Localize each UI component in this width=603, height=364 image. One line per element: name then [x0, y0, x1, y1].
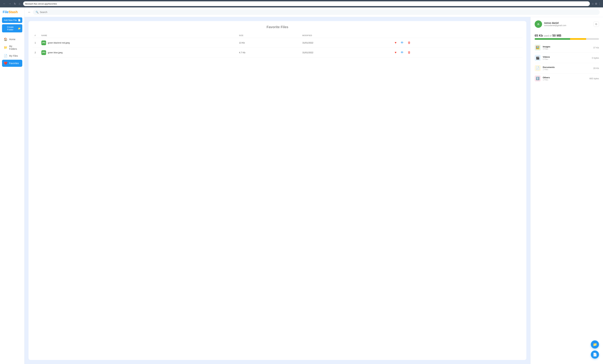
sidebar-item-favorites[interactable]: ❤️ Favorites	[2, 60, 22, 67]
user-avatar: n	[535, 20, 542, 28]
cat-details-documents: Documents 1 Files	[543, 66, 591, 70]
storage-bar-images	[535, 38, 570, 40]
delete-button[interactable]: 🗑	[407, 40, 411, 45]
file-type-icon: JPG	[41, 50, 46, 55]
logo-stash: Stash	[8, 10, 18, 14]
sidebar-nav: 🏠 Home 📁 My Folders 📄 My Files ❤️ Favori…	[2, 36, 22, 67]
sidebar-item-home-label: Home	[9, 38, 15, 41]
storage-cat-images: 🖼️ Images 4 Files 37 Kb	[535, 43, 599, 53]
user-email: nonsodaniel@gmail.com	[544, 24, 591, 27]
top-bar: ← 🔍	[24, 7, 603, 17]
storage-cat-videos: 🎬 Videos 0 Files 0 bytes	[535, 53, 599, 63]
favorite-button[interactable]: ♥	[394, 50, 397, 55]
back-button[interactable]: ←	[2, 1, 7, 6]
user-info: n nonso daniel nonsodaniel@gmail.com ⎋	[535, 20, 599, 31]
col-header-num: #	[33, 33, 39, 38]
favorites-icon: ❤️	[4, 61, 7, 65]
cat-name-videos: Videos	[543, 56, 590, 58]
storage-cat-others: ℹ️ Others 1 Files 665 bytes	[535, 73, 599, 84]
fab-folder-button[interactable]: 📁	[591, 340, 599, 349]
cat-size-documents: 28 Kb	[593, 67, 599, 69]
reload-button[interactable]: ↻	[13, 1, 17, 6]
add-new-file-button[interactable]: Add New File 📄	[2, 17, 22, 23]
cat-details-others: Others 1 Files	[543, 76, 588, 81]
create-folder-icon: 📁	[18, 27, 21, 30]
user-details: nonso daniel nonsodaniel@gmail.com	[544, 22, 591, 27]
create-folder-button[interactable]: Create Folder 📁	[2, 24, 22, 32]
home-icon: 🏠	[4, 37, 7, 41]
row-size: 13 Kb	[237, 38, 300, 48]
cat-size-videos: 0 bytes	[592, 57, 599, 59]
cat-size-images: 37 Kb	[593, 46, 599, 49]
sidebar-item-folders[interactable]: 📁 My Folders	[2, 43, 22, 52]
menu-icon[interactable]: ⋮	[598, 2, 601, 5]
storage-header: 65 Kb used of 50 MB	[535, 34, 599, 37]
cat-details-images: Images 4 Files	[543, 45, 591, 50]
cat-count-videos: 0 Files	[543, 58, 590, 60]
star-icon[interactable]: ☆	[591, 2, 594, 5]
logout-button[interactable]: ⎋	[593, 22, 599, 27]
user-name: nonso daniel	[544, 22, 591, 24]
browser-nav-buttons: ← → ↻ ⌂	[2, 1, 22, 6]
col-header-actions	[392, 33, 522, 38]
search-wrapper: 🔍	[33, 10, 600, 15]
storage-used: 65 Kb	[535, 34, 543, 37]
sidebar-item-files[interactable]: 📄 My Files	[2, 52, 22, 59]
table-row: 1 JPG gown blacknd red.jpeg 13 Kb 31/01/…	[33, 38, 522, 48]
storage-total: 50 MB	[552, 34, 561, 37]
cat-count-documents: 1 Files	[543, 68, 591, 70]
cat-icon-videos: 🎬	[535, 55, 541, 61]
col-header-size: SIZE	[237, 33, 300, 38]
sidebar-item-favorites-label: Favorites	[9, 62, 19, 65]
page-back-button[interactable]: ←	[28, 11, 31, 14]
file-name: gown blacknd red.jpeg	[48, 42, 70, 44]
cat-details-videos: Videos 0 Files	[543, 56, 590, 60]
content-with-panel: Favorite Files # NAME SIZE MODIFIED	[24, 17, 603, 364]
sidebar-item-folders-label: My Folders	[9, 45, 21, 50]
home-button[interactable]: ⌂	[18, 1, 22, 6]
cat-name-images: Images	[543, 45, 591, 48]
storage-cat-documents: 📄 Documents 1 Files 28 Kb	[535, 63, 599, 73]
file-area: Favorite Files # NAME SIZE MODIFIED	[24, 17, 530, 364]
sidebar-item-home[interactable]: 🏠 Home	[2, 36, 22, 43]
storage-bar	[535, 38, 599, 40]
row-name-cell: JPG gown blue.jpeg	[39, 48, 237, 57]
table-row: 2 JPG gown blue.jpeg 4.7 Kb 31/01/2022 ♥…	[33, 48, 522, 57]
address-bar[interactable]: filestash-flax.vercel.app/favorites	[23, 1, 590, 6]
sidebar-item-files-label: My Files	[9, 55, 18, 57]
main-content: ← 🔍 Favorite Files # NAME SIZE	[24, 7, 603, 364]
preview-button[interactable]: 👁	[400, 40, 404, 45]
preview-button[interactable]: 👁	[400, 50, 404, 55]
row-size: 4.7 Kb	[237, 48, 300, 57]
address-text: filestash-flax.vercel.app/favorites	[25, 2, 57, 5]
create-folder-label: Create Folder	[4, 26, 17, 31]
file-name: gown blue.jpeg	[48, 51, 62, 54]
row-modified: 31/01/2022	[300, 48, 392, 57]
row-name-cell: JPG gown blacknd red.jpeg	[39, 38, 237, 48]
row-num: 2	[33, 48, 39, 57]
fab-file-button[interactable]: 📄	[591, 351, 599, 359]
logo-file: File	[3, 10, 8, 14]
extensions-icon[interactable]: ⚙	[595, 2, 597, 5]
logo: FileStash	[2, 10, 22, 14]
favorite-button[interactable]: ♥	[394, 40, 397, 45]
storage-bar-docs	[570, 38, 586, 40]
add-file-icon: 📄	[18, 19, 21, 22]
files-icon: 📄	[4, 54, 7, 58]
fab-area: 📁 📄	[591, 340, 599, 359]
forward-button[interactable]: →	[7, 1, 12, 6]
app-container: FileStash Add New File 📄 Create Folder 📁…	[0, 7, 603, 364]
search-input[interactable]	[40, 11, 597, 13]
delete-button[interactable]: 🗑	[407, 50, 411, 55]
col-header-name: NAME	[39, 33, 237, 38]
cat-name-others: Others	[543, 76, 588, 79]
browser-chrome: ← → ↻ ⌂ filestash-flax.vercel.app/favori…	[0, 0, 603, 7]
cat-icon-documents: 📄	[535, 65, 541, 71]
storage-label-used: used of	[544, 34, 552, 37]
storage-categories: 🖼️ Images 4 Files 37 Kb 🎬 Videos 0 Files…	[535, 43, 599, 84]
row-modified: 31/01/2022	[300, 38, 392, 48]
cat-count-others: 1 Files	[543, 79, 588, 81]
cat-size-others: 665 bytes	[590, 77, 599, 80]
storage-bar-others	[586, 38, 599, 40]
right-panel: n nonso daniel nonsodaniel@gmail.com ⎋ 6…	[530, 17, 603, 364]
